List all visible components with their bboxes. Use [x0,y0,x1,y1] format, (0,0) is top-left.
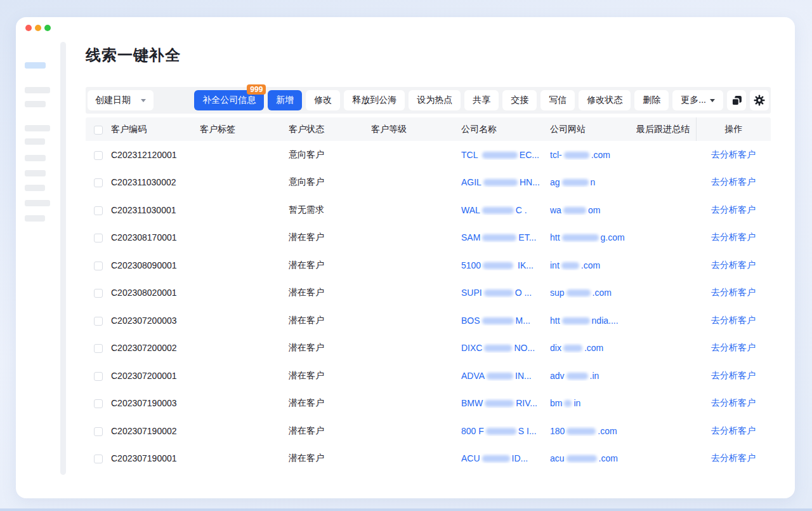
checkbox-cell [86,260,111,270]
table-row: C202308020001潜在客户SUPIO ...sup.com去分析客户 [86,279,771,307]
company-website-link[interactable]: acu.com [550,453,618,463]
company-website-link[interactable]: bmin [550,398,580,408]
main-content: 线索一键补全 创建日期 补全公司信息 999 新增 修改释放到公海设为热点共享交… [86,17,771,498]
toolbar-button[interactable]: 共享 [464,90,499,110]
analyze-customer-link[interactable]: 去分析客户 [711,315,756,325]
more-button[interactable]: 更多... [672,90,723,110]
toolbar-button[interactable]: 修改 [306,90,340,110]
company-name-link-cell: SAMET... [461,232,550,242]
company-name-link-cell: DIXCNO... [461,343,550,353]
company-website-link[interactable]: agn [550,177,595,187]
settings-button[interactable] [750,90,769,110]
row-checkbox[interactable] [94,151,103,160]
company-name-link[interactable]: SUPIO ... [461,288,532,298]
redacted-blur [562,179,589,186]
action-cell: 去分析客户 [696,260,771,271]
redacted-blur [563,207,586,214]
row-checkbox[interactable] [94,262,103,270]
analyze-customer-link[interactable]: 去分析客户 [711,232,756,242]
company-name-link[interactable]: 800 FS I... [461,426,537,436]
company-website-link[interactable]: waom [550,205,600,215]
select-all-checkbox[interactable] [94,126,103,135]
row-checkbox[interactable] [94,427,103,436]
analyze-customer-link[interactable]: 去分析客户 [711,425,756,435]
company-name-link[interactable]: DIXCNO... [461,343,535,353]
checkbox-cell [86,232,111,242]
company-name-link[interactable]: BOSM... [461,315,530,326]
customer-code: C202311030002 [111,177,200,187]
customer-code: C202308170001 [111,232,200,242]
company-website-link[interactable]: httg.com [550,232,625,242]
checkbox-cell [86,343,111,353]
analyze-customer-link[interactable]: 去分析客户 [711,287,756,297]
analyze-customer-link[interactable]: 去分析客户 [711,453,756,463]
analyze-customer-link[interactable]: 去分析客户 [711,260,756,270]
row-checkbox[interactable] [94,344,103,353]
column-header: 客户等级 [371,124,461,135]
add-button[interactable]: 新增 [268,90,302,110]
row-checkbox[interactable] [94,178,103,187]
customer-code: C202307200002 [111,343,200,353]
toolbar-buttons: 补全公司信息 999 新增 修改释放到公海设为热点共享交接写信修改状态删除 更多… [194,90,769,110]
company-name-link-cell: 5100 IK... [461,260,550,270]
company-name-link-cell: SUPIO ... [461,288,550,298]
customer-status: 潜在客户 [289,232,371,243]
analyze-customer-link[interactable]: 去分析客户 [711,342,756,352]
toolbar-button[interactable]: 设为热点 [409,90,461,110]
company-name-link[interactable]: SAMET... [461,232,536,242]
analyze-customer-link[interactable]: 去分析客户 [711,204,756,215]
minimize-window-button[interactable] [35,25,41,31]
close-window-button[interactable] [25,25,32,31]
toolbar-button[interactable]: 删除 [634,90,669,110]
customer-code: C202308020001 [111,288,200,298]
row-checkbox[interactable] [94,455,103,463]
company-name-link[interactable]: 5100 IK... [461,260,534,270]
redacted-blur [482,207,514,214]
company-website-link[interactable]: httndia.... [550,315,619,326]
company-name-link[interactable]: AGILHN... [461,177,540,187]
row-checkbox[interactable] [94,399,103,408]
analyze-customer-link[interactable]: 去分析客户 [711,397,756,408]
redacted-blur [566,455,597,462]
company-name-link-cell: 800 FS I... [461,426,550,436]
analyze-customer-link[interactable]: 去分析客户 [711,370,756,380]
company-website-link-cell: httg.com [550,232,636,242]
toolbar-button[interactable]: 释放到公海 [344,90,405,110]
customer-status: 潜在客户 [289,425,371,437]
checkbox-cell [86,398,111,408]
table-row: C202308170001潜在客户SAMET...httg.com去分析客户 [86,224,771,252]
company-website-link-cell: dix.com [550,343,636,353]
company-name-link[interactable]: ACUID... [461,453,528,463]
company-website-link[interactable]: dix.com [550,343,603,353]
analyze-customer-link[interactable]: 去分析客户 [711,176,756,187]
zoom-window-button[interactable] [44,25,51,31]
chevron-down-icon [710,99,715,102]
theme-switch-button[interactable] [727,90,746,110]
company-name-link[interactable]: WALC . [461,205,527,215]
row-checkbox[interactable] [94,234,103,242]
company-website-link[interactable]: int.com [550,260,600,270]
company-website-link[interactable]: sup.com [550,288,612,298]
row-checkbox[interactable] [94,317,103,326]
row-checkbox[interactable] [94,372,103,381]
company-website-link[interactable]: 180.com [550,426,617,436]
analyze-customer-link[interactable]: 去分析客户 [711,149,756,159]
company-name-link[interactable]: BMWRIV... [461,398,537,408]
action-cell: 去分析客户 [696,232,771,243]
page-title: 线索一键补全 [86,45,181,65]
complete-company-info-button[interactable]: 补全公司信息 999 [194,90,264,110]
toolbar-button[interactable]: 修改状态 [579,90,631,110]
toolbar-button[interactable]: 交接 [502,90,537,110]
checkbox-cell [86,315,111,326]
sidebar-item-active[interactable] [25,62,46,69]
toolbar-button[interactable]: 写信 [540,90,575,110]
row-checkbox[interactable] [94,289,103,298]
date-filter-dropdown[interactable]: 创建日期 [88,90,154,110]
company-website-link[interactable]: tcl-.com [550,150,610,160]
column-header: 公司名称 [461,124,550,135]
company-name-link[interactable]: TCL EC... [461,150,539,160]
company-name-link[interactable]: ADVAIN... [461,371,532,381]
row-checkbox[interactable] [94,206,103,215]
action-cell: 去分析客户 [696,453,771,464]
company-website-link[interactable]: adv.in [550,371,599,381]
